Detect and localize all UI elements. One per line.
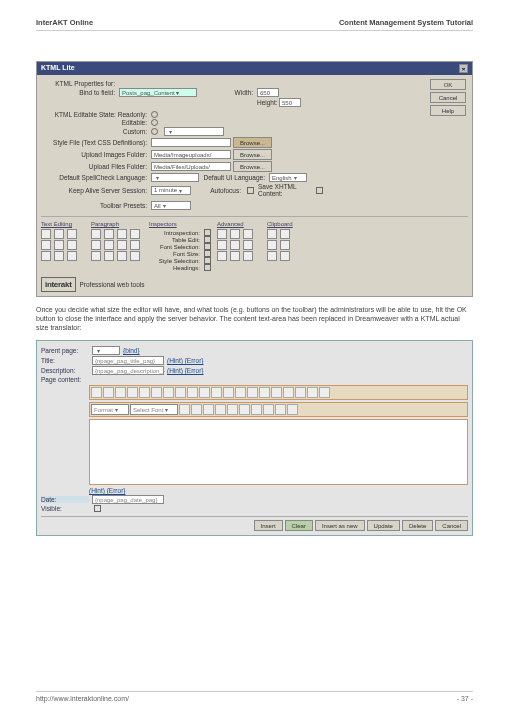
parent-select[interactable] [92,346,120,355]
title-input[interactable]: {npage_pag_title_pag} [92,356,164,365]
tool-icon[interactable] [117,251,127,261]
tb-icon[interactable] [175,387,186,398]
spell-select[interactable] [151,173,199,182]
tb-icon[interactable] [259,387,270,398]
tb-icon[interactable] [199,387,210,398]
close-icon[interactable]: × [459,64,468,73]
tool-icon[interactable] [130,240,140,250]
tool-icon[interactable] [267,240,277,250]
tb-icon[interactable] [319,387,330,398]
cancel-button[interactable]: Cancel [430,92,466,103]
tool-icon[interactable] [104,229,114,239]
tb-icon[interactable] [263,404,274,415]
tb-icon[interactable] [179,404,190,415]
tool-icon[interactable] [104,251,114,261]
help-button[interactable]: Help [430,105,466,116]
content-textarea[interactable] [89,419,468,485]
tb-icon[interactable] [91,387,102,398]
upfile-browse-button[interactable]: Browse... [233,161,272,172]
date-input[interactable]: {npage_pag_date_pag} [92,495,164,504]
ok-button[interactable]: OK [430,79,466,90]
tool-icon[interactable] [217,240,227,250]
tool-icon[interactable] [54,251,64,261]
tb-icon[interactable] [163,387,174,398]
tb-icon[interactable] [151,387,162,398]
upimg-input[interactable]: Media/Imageuploads/ [151,150,231,159]
tool-icon[interactable] [91,240,101,250]
uilang-select[interactable]: English [269,173,307,182]
tool-icon[interactable] [243,251,253,261]
insp-checkbox[interactable] [204,229,211,236]
tool-icon[interactable] [280,240,290,250]
keepalive-select[interactable]: 1 minute [151,186,191,195]
editable-radio[interactable] [151,119,158,126]
tb-icon[interactable] [287,404,298,415]
tool-icon[interactable] [130,229,140,239]
insp-checkbox[interactable] [204,236,211,243]
tb-icon[interactable] [203,404,214,415]
style-browse-button[interactable]: Browse... [233,137,272,148]
tool-icon[interactable] [54,240,64,250]
tool-icon[interactable] [267,251,277,261]
custom-radio[interactable] [151,128,158,135]
tool-icon[interactable] [130,251,140,261]
tool-icon[interactable] [41,229,51,239]
cancel2-button[interactable]: Cancel [435,520,468,531]
tool-icon[interactable] [104,240,114,250]
tool-icon[interactable] [267,229,277,239]
upimg-browse-button[interactable]: Browse... [233,149,272,160]
bind-field-select[interactable]: Posts_pag_Content ▾ [119,88,197,97]
delete-button[interactable]: Delete [402,520,433,531]
tb-icon[interactable] [223,387,234,398]
tool-icon[interactable] [243,229,253,239]
tb-icon[interactable] [239,404,250,415]
update-button[interactable]: Update [367,520,400,531]
tool-icon[interactable] [67,251,77,261]
tool-icon[interactable] [117,240,127,250]
style-input[interactable] [151,138,231,147]
tool-icon[interactable] [67,229,77,239]
tool-icon[interactable] [230,251,240,261]
tool-icon[interactable] [41,240,51,250]
width-input[interactable]: 650 [257,88,279,97]
tb-icon[interactable] [187,387,198,398]
tool-icon[interactable] [280,229,290,239]
insert-button[interactable]: Insert [254,520,283,531]
tb-icon[interactable] [307,387,318,398]
clear-button[interactable]: Clear [285,520,313,531]
tb-icon[interactable] [227,404,238,415]
tool-icon[interactable] [91,251,101,261]
tool-icon[interactable] [280,251,290,261]
tb-icon[interactable] [139,387,150,398]
tool-icon[interactable] [117,229,127,239]
tb-icon[interactable] [211,387,222,398]
tb-icon[interactable] [127,387,138,398]
readonly-radio[interactable] [151,111,158,118]
savextml-checkbox[interactable] [316,187,323,194]
tool-icon[interactable] [41,251,51,261]
tb-icon[interactable] [247,387,258,398]
tb-icon[interactable] [115,387,126,398]
tool-icon[interactable] [54,229,64,239]
font-select[interactable]: Select Font [130,404,178,415]
format-select[interactable]: Format [91,404,129,415]
insp-checkbox[interactable] [204,250,211,257]
tb-icon[interactable] [275,404,286,415]
tb-icon[interactable] [103,387,114,398]
desc-input[interactable]: {npage_pag_description_} [92,366,164,375]
visible-checkbox[interactable] [94,505,101,512]
parent-bind[interactable]: {bind} [123,347,140,354]
height-input[interactable]: 550 [279,98,301,107]
tool-icon[interactable] [230,229,240,239]
tb-icon[interactable] [295,387,306,398]
tool-icon[interactable] [91,229,101,239]
insp-checkbox[interactable] [204,264,211,271]
tb-icon[interactable] [251,404,262,415]
tb-icon[interactable] [271,387,282,398]
tb-icon[interactable] [283,387,294,398]
presets-select[interactable]: All [151,201,191,210]
tool-icon[interactable] [243,240,253,250]
insp-checkbox[interactable] [204,257,211,264]
tool-icon[interactable] [230,240,240,250]
tool-icon[interactable] [67,240,77,250]
